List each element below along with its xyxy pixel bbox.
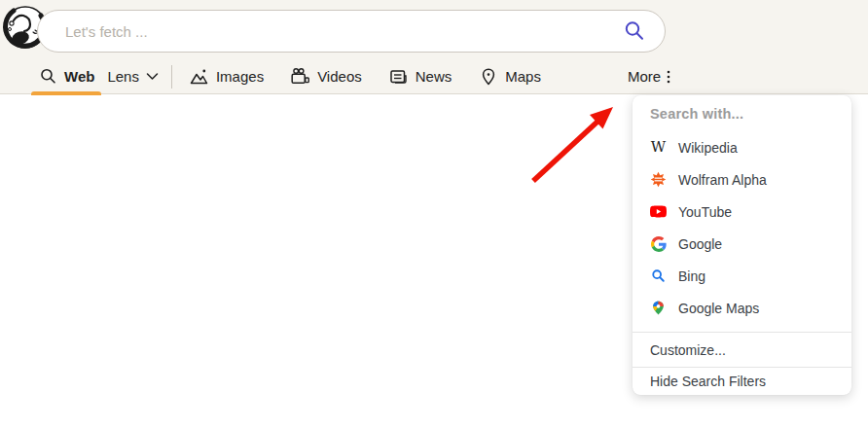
tab-label: News bbox=[416, 68, 452, 85]
menu-item-google[interactable]: Google bbox=[633, 228, 851, 260]
google-icon bbox=[650, 235, 667, 252]
wolfram-alpha-icon bbox=[650, 171, 667, 188]
menu-header: Search with... bbox=[633, 101, 851, 126]
tab-label: Lens bbox=[107, 68, 139, 85]
magnifier-icon bbox=[622, 18, 647, 44]
tab-web[interactable]: Web bbox=[39, 67, 94, 86]
tab-label: Web bbox=[64, 68, 94, 85]
menu-item-wolfram-alpha[interactable]: Wolfram Alpha bbox=[633, 163, 851, 196]
vertical-ellipsis-icon bbox=[666, 69, 671, 85]
tab-maps[interactable]: Maps bbox=[479, 67, 541, 87]
menu-item-youtube[interactable]: YouTube bbox=[633, 196, 851, 228]
tab-images[interactable]: Images bbox=[189, 67, 264, 86]
tab-label: Images bbox=[216, 68, 264, 85]
menu-item-label: Wolfram Alpha bbox=[678, 172, 767, 188]
menu-item-wikipedia[interactable]: W Wikipedia bbox=[633, 131, 851, 163]
category-tabs: Web Lens Images Videos bbox=[39, 58, 541, 94]
wikipedia-icon: W bbox=[650, 139, 667, 156]
search-with-list: W Wikipedia Wolfram Alpha bbox=[633, 126, 851, 324]
landscape-icon bbox=[189, 67, 209, 86]
more-dropdown-menu: Search with... W Wikipedia Wolfram Alpha bbox=[633, 95, 851, 395]
tab-news[interactable]: News bbox=[388, 67, 452, 86]
tab-videos[interactable]: Videos bbox=[290, 67, 362, 86]
menu-item-label: Google bbox=[678, 236, 722, 252]
map-pin-icon bbox=[479, 67, 498, 87]
video-camera-icon bbox=[290, 67, 310, 86]
red-annotation-arrow bbox=[525, 95, 623, 193]
bing-icon bbox=[650, 268, 667, 284]
google-maps-icon bbox=[650, 300, 667, 316]
search-input[interactable] bbox=[65, 23, 622, 40]
search-bar bbox=[37, 10, 666, 53]
search-submit-button[interactable] bbox=[622, 18, 647, 44]
menu-item-label: Google Maps bbox=[678, 301, 759, 316]
tab-label: Videos bbox=[317, 68, 362, 85]
menu-item-label: Hide Search Filters bbox=[650, 374, 766, 389]
active-tab-underline bbox=[31, 91, 101, 95]
more-label: More bbox=[628, 68, 661, 85]
magnifier-icon bbox=[39, 67, 57, 86]
menu-item-customize[interactable]: Customize... bbox=[633, 333, 851, 367]
menu-item-label: Customize... bbox=[650, 342, 726, 358]
menu-item-label: YouTube bbox=[678, 204, 732, 220]
menu-item-hide-search-filters[interactable]: Hide Search Filters bbox=[633, 367, 851, 395]
menu-item-label: Wikipedia bbox=[678, 140, 738, 156]
newspaper-icon bbox=[388, 67, 409, 86]
menu-item-bing[interactable]: Bing bbox=[633, 260, 851, 292]
search-page: Web Lens Images Videos bbox=[0, 0, 868, 428]
youtube-icon bbox=[650, 203, 667, 220]
tab-label: Maps bbox=[505, 68, 541, 85]
nav-divider bbox=[171, 65, 172, 89]
menu-item-label: Bing bbox=[678, 268, 705, 284]
tab-lens[interactable]: Lens bbox=[107, 68, 159, 85]
menu-item-google-maps[interactable]: Google Maps bbox=[633, 292, 851, 324]
more-button[interactable]: More bbox=[628, 58, 671, 94]
chevron-down-icon bbox=[146, 72, 159, 81]
